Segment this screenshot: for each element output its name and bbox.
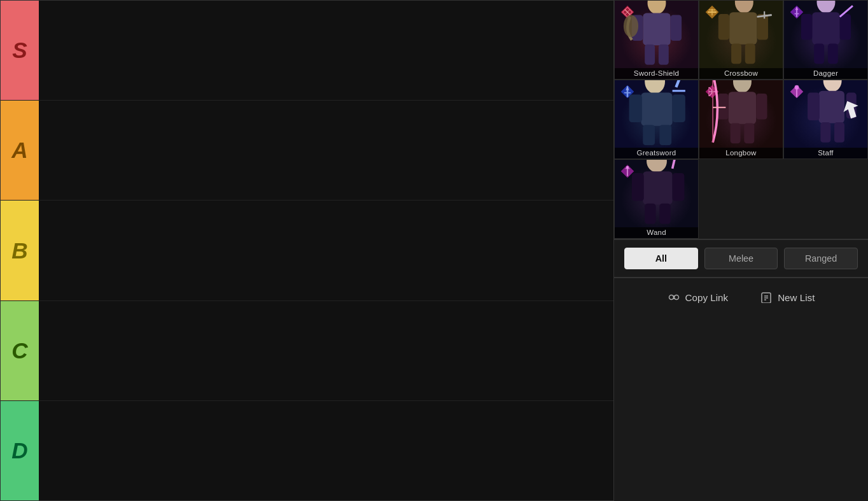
svg-rect-17 (718, 14, 729, 40)
greatsword-name: Greatsword (615, 148, 698, 159)
svg-rect-9 (658, 45, 668, 65)
crossbow-character (699, 0, 783, 67)
svg-point-59 (823, 80, 841, 92)
weapon-card-dagger[interactable]: Dagger (783, 0, 868, 80)
svg-rect-41 (643, 125, 655, 145)
weapon-card-greatsword[interactable]: Greatsword (614, 80, 699, 159)
weapon-card-longbow[interactable]: Longbow (699, 80, 783, 159)
svg-rect-31 (827, 43, 837, 64)
staff-name: Staff (784, 148, 867, 159)
svg-rect-64 (834, 122, 844, 143)
wand-character (615, 159, 698, 227)
svg-rect-53 (744, 123, 754, 143)
svg-rect-20 (745, 43, 755, 64)
svg-point-37 (645, 80, 665, 94)
crossbow-name: Crossbow (699, 68, 783, 79)
tier-list: S A B C D (0, 0, 614, 501)
svg-point-15 (734, 0, 753, 13)
weapon-card-staff[interactable]: Staff (783, 80, 868, 159)
svg-rect-71 (643, 171, 672, 204)
tier-label-b: B (1, 201, 39, 300)
svg-rect-61 (808, 93, 820, 120)
tier-content-d[interactable] (39, 401, 613, 500)
greatsword-character (615, 80, 698, 147)
svg-rect-40 (672, 95, 685, 122)
filter-melee-button[interactable]: Melee (704, 248, 778, 269)
svg-point-10 (623, 15, 638, 38)
new-list-icon (760, 291, 773, 304)
tier-label-a: A (1, 101, 39, 200)
svg-line-76 (672, 159, 676, 169)
svg-rect-29 (839, 14, 850, 40)
longbow-name: Longbow (699, 148, 783, 159)
svg-point-48 (732, 80, 751, 93)
tier-label-d: D (1, 401, 39, 500)
svg-rect-75 (659, 204, 670, 224)
weapon-card-wand[interactable]: Wand (614, 159, 699, 239)
svg-point-70 (647, 159, 667, 173)
svg-rect-8 (645, 45, 655, 65)
svg-rect-7 (670, 15, 681, 41)
svg-rect-49 (728, 92, 755, 124)
tier-content-s[interactable] (39, 1, 613, 100)
filter-all-button[interactable]: All (624, 248, 698, 269)
tier-label-c: C (1, 301, 39, 400)
svg-rect-38 (641, 93, 672, 126)
svg-rect-18 (757, 14, 767, 40)
tier-row-d: D (1, 401, 613, 500)
copy-link-label: Copy Link (685, 292, 729, 303)
svg-rect-73 (672, 173, 684, 201)
filter-ranged-button[interactable]: Ranged (784, 248, 858, 269)
sword-shield-name: Sword-Shield (615, 68, 698, 79)
new-list-button[interactable]: New List (753, 287, 821, 307)
svg-rect-27 (812, 12, 839, 45)
svg-line-43 (676, 80, 682, 87)
filter-section: All Melee Ranged (614, 240, 868, 278)
dagger-name: Dagger (784, 68, 867, 79)
tier-content-c[interactable] (39, 301, 613, 400)
weapon-card-crossbow[interactable]: Crossbow (699, 0, 783, 80)
copy-link-icon (668, 291, 680, 304)
svg-rect-72 (631, 173, 643, 201)
tier-content-a[interactable] (39, 101, 613, 200)
svg-rect-16 (729, 12, 757, 45)
copy-link-button[interactable]: Copy Link (661, 287, 735, 307)
svg-rect-74 (645, 204, 655, 224)
svg-rect-51 (756, 94, 767, 120)
svg-point-4 (647, 0, 666, 14)
wand-name: Wand (615, 227, 698, 238)
svg-rect-30 (814, 43, 824, 64)
svg-point-26 (816, 0, 835, 13)
tier-row-c: C (1, 301, 613, 401)
sword-shield-character (615, 0, 698, 67)
new-list-label: New List (778, 292, 815, 303)
tier-label-s: S (1, 1, 39, 100)
weapon-card-sword-shield[interactable]: Sword-Shield (614, 0, 699, 80)
svg-rect-63 (820, 122, 830, 143)
svg-rect-28 (801, 14, 811, 40)
longbow-character (699, 80, 783, 147)
tier-row-a: A (1, 101, 613, 201)
dagger-character (784, 0, 867, 67)
weapon-grid: Sword-Shield (614, 0, 868, 240)
svg-rect-5 (643, 13, 670, 46)
right-panel: Sword-Shield (614, 0, 868, 501)
svg-rect-39 (629, 95, 641, 122)
svg-rect-19 (731, 43, 741, 64)
svg-rect-42 (659, 125, 671, 145)
staff-character (784, 80, 867, 147)
action-section: Copy Link New List (614, 278, 868, 316)
tier-content-b[interactable] (39, 201, 613, 300)
svg-rect-52 (730, 123, 740, 143)
tier-row-s: S (1, 1, 613, 101)
tier-row-b: B (1, 201, 613, 300)
svg-rect-50 (717, 94, 728, 120)
svg-rect-60 (818, 91, 844, 123)
